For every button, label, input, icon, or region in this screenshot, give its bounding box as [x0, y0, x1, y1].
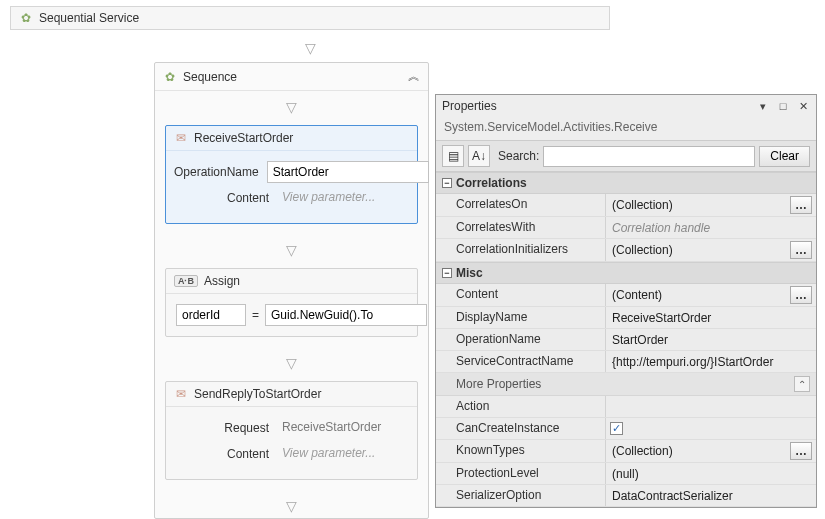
receive-body: OperationName Content View parameter... [166, 151, 417, 223]
gear-icon: ✿ [163, 70, 177, 84]
prop-service-contract-name[interactable]: ServiceContractName {http://tempuri.org/… [436, 351, 816, 373]
drop-indicator: ▽ [155, 234, 428, 262]
prop-value: (Collection) [610, 242, 786, 258]
assign-title: Assign [204, 274, 240, 288]
receive-icon: ✉ [174, 131, 188, 145]
request-value[interactable]: ReceiveStartOrder [277, 417, 409, 439]
operation-name-input[interactable] [267, 161, 429, 183]
prop-key: ProtectionLevel [436, 463, 606, 484]
clear-button[interactable]: Clear [759, 146, 810, 167]
assign-header[interactable]: A⋅B Assign [166, 269, 417, 294]
properties-panel: Properties ▾ □ ✕ System.ServiceModel.Act… [435, 94, 817, 508]
collapse-icon[interactable]: − [442, 268, 452, 278]
prop-correlation-initializers[interactable]: CorrelationInitializers (Collection) … [436, 239, 816, 262]
prop-value: (Content) [610, 287, 786, 303]
assign-value-input[interactable] [265, 304, 427, 326]
receive-activity[interactable]: ✉ ReceiveStartOrder OperationName Conten… [165, 125, 418, 224]
prop-value: (Collection) [610, 197, 786, 213]
group-label: Correlations [456, 176, 527, 190]
close-icon[interactable]: ✕ [796, 99, 810, 113]
sendreply-header[interactable]: ✉ SendReplyToStartOrder [166, 382, 417, 407]
prop-key: DisplayName [436, 307, 606, 328]
sendreply-activity[interactable]: ✉ SendReplyToStartOrder Request ReceiveS… [165, 381, 418, 480]
search-label: Search: [498, 149, 539, 163]
properties-subtitle: System.ServiceModel.Activities.Receive [436, 117, 816, 140]
receive-header[interactable]: ✉ ReceiveStartOrder [166, 126, 417, 151]
sendreply-body: Request ReceiveStartOrder Content View p… [166, 407, 417, 479]
collapse-icon[interactable]: ︽ [408, 68, 420, 85]
prop-operation-name[interactable]: OperationName StartOrder [436, 329, 816, 351]
content-label: Content [174, 447, 269, 461]
receive-display-name: ReceiveStartOrder [194, 131, 293, 145]
prop-value[interactable]: Correlation handle [610, 220, 812, 236]
prop-key: OperationName [436, 329, 606, 350]
sequence-header[interactable]: ✿ Sequence ︽ [155, 63, 428, 91]
prop-can-create-instance[interactable]: CanCreateInstance ✓ [436, 418, 816, 440]
content-link[interactable]: View parameter... [277, 187, 409, 209]
drop-indicator: ▽ [155, 490, 428, 518]
prop-action[interactable]: Action [436, 396, 816, 418]
properties-titlebar[interactable]: Properties ▾ □ ✕ [436, 95, 816, 117]
prop-display-name[interactable]: DisplayName ReceiveStartOrder [436, 307, 816, 329]
prop-value[interactable]: StartOrder [610, 332, 812, 348]
assign-to-input[interactable] [176, 304, 246, 326]
prop-value[interactable] [610, 406, 812, 408]
prop-key: CorrelationInitializers [436, 239, 606, 261]
more-properties-row[interactable]: More Properties ⌃ [436, 373, 816, 396]
window-icon[interactable]: □ [776, 99, 790, 113]
prop-key: ServiceContractName [436, 351, 606, 372]
sequence-title: Sequence [183, 70, 237, 84]
collapse-icon[interactable]: − [442, 178, 452, 188]
prop-value[interactable]: {http://tempuri.org/}IStartOrder [610, 354, 812, 370]
content-link[interactable]: View parameter... [277, 443, 409, 465]
prop-key: Content [436, 284, 606, 306]
more-properties-label: More Properties [456, 377, 541, 391]
prop-known-types[interactable]: KnownTypes (Collection) … [436, 440, 816, 463]
dropdown-icon[interactable]: ▾ [756, 99, 770, 113]
gear-icon: ✿ [19, 11, 33, 25]
request-label: Request [174, 421, 269, 435]
prop-key: KnownTypes [436, 440, 606, 462]
assign-activity[interactable]: A⋅B Assign = [165, 268, 418, 337]
properties-toolbar: ▤ A↓ Search: Clear [436, 140, 816, 172]
ellipsis-button[interactable]: … [790, 286, 812, 304]
sendreply-display-name: SendReplyToStartOrder [194, 387, 321, 401]
prop-value[interactable]: (null) [610, 466, 812, 482]
ellipsis-button[interactable]: … [790, 442, 812, 460]
ellipsis-button[interactable]: … [790, 241, 812, 259]
content-label: Content [174, 191, 269, 205]
prop-value[interactable]: DataContractSerializer [610, 488, 812, 504]
prop-key: CanCreateInstance [436, 418, 606, 439]
search-input[interactable] [543, 146, 755, 167]
prop-key: SerializerOption [436, 485, 606, 506]
assign-icon: A⋅B [174, 275, 198, 287]
chevron-up-icon[interactable]: ⌃ [794, 376, 810, 392]
drop-indicator: ▽ [155, 91, 428, 119]
drop-indicator: ▽ [155, 347, 428, 375]
sequential-service-header[interactable]: ✿ Sequential Service [10, 6, 610, 30]
prop-protection-level[interactable]: ProtectionLevel (null) [436, 463, 816, 485]
sequential-service-title: Sequential Service [39, 11, 139, 25]
sendreply-icon: ✉ [174, 387, 188, 401]
properties-title: Properties [442, 99, 497, 113]
prop-content[interactable]: Content (Content) … [436, 284, 816, 307]
group-misc[interactable]: − Misc [436, 262, 816, 284]
assign-body: = [166, 294, 417, 336]
group-label: Misc [456, 266, 483, 280]
ellipsis-button[interactable]: … [790, 196, 812, 214]
group-correlations[interactable]: − Correlations [436, 172, 816, 194]
assign-equals: = [252, 308, 259, 322]
drop-indicator-top: ▽ [10, 30, 610, 62]
can-create-instance-checkbox[interactable]: ✓ [610, 422, 623, 435]
prop-value[interactable]: ReceiveStartOrder [610, 310, 812, 326]
prop-correlates-on[interactable]: CorrelatesOn (Collection) … [436, 194, 816, 217]
prop-value: (Collection) [610, 443, 786, 459]
prop-key: CorrelatesOn [436, 194, 606, 216]
prop-correlates-with[interactable]: CorrelatesWith Correlation handle [436, 217, 816, 239]
prop-key: CorrelatesWith [436, 217, 606, 238]
operation-name-label: OperationName [174, 165, 259, 179]
prop-serializer-option[interactable]: SerializerOption DataContractSerializer [436, 485, 816, 507]
alphabetical-button[interactable]: A↓ [468, 145, 490, 167]
categorized-button[interactable]: ▤ [442, 145, 464, 167]
sequence-activity[interactable]: ✿ Sequence ︽ ▽ ✉ ReceiveStartOrder Opera… [154, 62, 429, 519]
